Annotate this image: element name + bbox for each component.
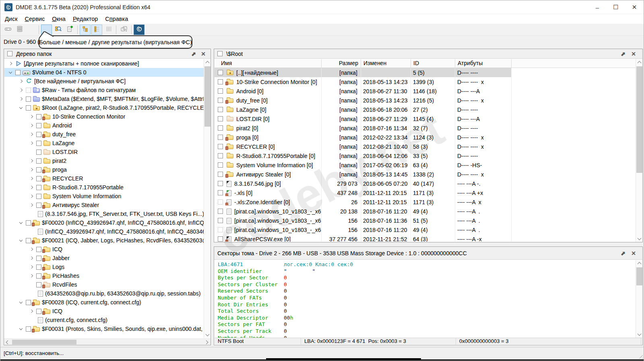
chevron-right-icon[interactable] xyxy=(29,166,34,173)
checkbox[interactable] xyxy=(36,203,41,208)
chevron-right-icon[interactable] xyxy=(29,113,34,120)
chevron-right-icon[interactable] xyxy=(29,273,34,279)
checkbox[interactable] xyxy=(26,220,31,226)
checkbox[interactable] xyxy=(218,190,223,195)
tree-item[interactable]: Logs xyxy=(4,263,204,271)
panel-checkbox[interactable] xyxy=(217,51,223,56)
column-header-0[interactable]: Имя xyxy=(215,59,322,68)
chevron-down-icon[interactable] xyxy=(18,326,24,332)
scroll-left-icon[interactable] xyxy=(4,339,11,345)
column-header-1[interactable]: Размер xyxy=(322,59,361,68)
chevron-right-icon[interactable] xyxy=(18,96,24,102)
table-row[interactable]: [pirat.ca].windows_10_v1803_-_x6...20 13… xyxy=(215,207,511,216)
chevron-down-icon[interactable] xyxy=(18,299,24,306)
maximize-panel-icon[interactable]: ⬈ xyxy=(620,250,626,256)
sectors-vertical-scrollbar[interactable] xyxy=(636,260,642,338)
tree-item[interactable]: $MetaData ($Extend, $MFT, $MFTMirr, $Log… xyxy=(4,94,204,103)
tree-item[interactable]: $F00031 (Protos, Skins, Smilies, Sounds,… xyxy=(4,324,204,333)
tree-item[interactable]: Антивирус Stealer xyxy=(4,201,204,209)
chevron-right-icon[interactable] xyxy=(18,78,24,84)
table-row[interactable]: LOST.DIR [0][папка]2018-06-27 11:291145 … xyxy=(215,114,511,123)
checkbox[interactable] xyxy=(36,158,41,164)
checkbox[interactable] xyxy=(218,172,223,177)
scroll-thumb[interactable] xyxy=(636,267,642,285)
column-header-2[interactable]: Изменен xyxy=(361,59,411,68)
checkbox[interactable] xyxy=(36,132,41,137)
close-panel-icon[interactable]: ✕ xyxy=(200,51,206,57)
tree-item[interactable]: proga xyxy=(4,165,204,174)
table-row[interactable]: 10-Strike Connection Monitor [0][папка]2… xyxy=(215,77,511,86)
scroll-thumb[interactable] xyxy=(12,340,76,345)
checkbox[interactable] xyxy=(218,116,223,121)
checkbox[interactable] xyxy=(36,309,41,314)
table-row[interactable]: 8.3.167.546.jpg [0]279 0732018-06-05 07:… xyxy=(215,179,511,188)
tree-item[interactable]: $F00021 (ICQ, Jabber, Logs, PicHashes, R… xyxy=(4,236,204,245)
tree-item[interactable]: (8.3.167.546.jpg, FTK_Server.txt, FTK_Us… xyxy=(4,209,204,218)
tree-item[interactable]: Android xyxy=(4,121,204,130)
checkbox[interactable] xyxy=(218,209,223,214)
windows-button[interactable] xyxy=(118,25,129,35)
tree-view-button[interactable] xyxy=(80,25,91,35)
dmde-logo-button[interactable] xyxy=(134,25,144,35)
tree-item[interactable]: (current.cfg, connect.cfg) xyxy=(4,316,204,324)
table-row[interactable]: [pirat.ca].windows_10_v1803_-_x6...15620… xyxy=(215,216,511,225)
close-panel-icon[interactable]: ✕ xyxy=(630,51,637,57)
column-header-3[interactable]: ID xyxy=(411,59,455,68)
table-row[interactable]: R-Studio8.7.170955Portable [0][папка]201… xyxy=(215,151,511,160)
tree-item[interactable]: $Root (LaZagne, pirat2, R-Studio8.7.1709… xyxy=(4,103,204,112)
chevron-right-icon[interactable] xyxy=(29,131,34,137)
scroll-down-icon[interactable] xyxy=(636,331,643,338)
menu-item-0[interactable]: Диск xyxy=(1,14,21,24)
table-row[interactable]: pirat2 [0][папка]2018-07-16 11:3432 (7)D… xyxy=(215,123,511,133)
checkbox[interactable] xyxy=(36,282,41,287)
chevron-right-icon[interactable] xyxy=(29,202,34,208)
checkbox[interactable] xyxy=(218,181,223,186)
checkbox[interactable] xyxy=(218,135,223,140)
scroll-thumb[interactable] xyxy=(204,66,211,127)
checkbox[interactable] xyxy=(36,123,41,128)
chevron-down-icon[interactable] xyxy=(18,237,24,244)
tree-item[interactable]: $Raw - Типы файлов по сигнатурам xyxy=(4,86,204,94)
tree-item[interactable]: Jabber xyxy=(4,254,204,263)
column-header-4[interactable]: Атрибуты xyxy=(455,59,512,68)
scroll-up-icon[interactable] xyxy=(204,59,211,66)
table-row[interactable]: -.xls:Zone.Identifier [0]262011-12-11 20… xyxy=(215,197,511,207)
checkbox[interactable] xyxy=(36,247,41,252)
checkbox[interactable] xyxy=(36,176,41,181)
checkbox[interactable] xyxy=(26,96,31,102)
chevron-down-icon[interactable] xyxy=(18,105,24,111)
checkbox[interactable] xyxy=(36,185,41,190)
scroll-down-icon[interactable] xyxy=(636,236,643,242)
files-vertical-scrollbar[interactable] xyxy=(636,59,642,242)
chevron-right-icon[interactable] xyxy=(29,140,34,146)
maximize-button[interactable]: ☐ xyxy=(607,0,625,14)
chevron-right-icon[interactable] xyxy=(29,264,34,270)
checkbox[interactable] xyxy=(36,194,41,199)
tree-item[interactable]: ICQ xyxy=(4,245,204,254)
tree-vertical-scrollbar[interactable] xyxy=(204,59,211,338)
checkbox[interactable] xyxy=(218,107,223,112)
scroll-right-icon[interactable] xyxy=(204,339,211,345)
tree-item[interactable]: $F00028 (ICQ, current.cfg, connect.cfg) xyxy=(4,298,204,307)
device-list-button[interactable] xyxy=(14,25,25,35)
maximize-panel-icon[interactable]: ⬈ xyxy=(190,51,197,57)
close-panel-icon[interactable]: ✕ xyxy=(630,250,637,256)
tree-item[interactable]: duty_free xyxy=(4,130,204,139)
chevron-right-icon[interactable] xyxy=(29,193,34,199)
tree-item[interactable]: LOST.DIR xyxy=(4,148,204,156)
columns-view-button[interactable] xyxy=(103,25,114,35)
chevron-right-icon[interactable] xyxy=(29,158,34,164)
checkbox[interactable] xyxy=(218,218,223,223)
scroll-down-icon[interactable] xyxy=(204,332,211,338)
checkbox[interactable] xyxy=(36,256,41,261)
table-row[interactable]: Антивирус Stealer [0][папка]2018-05-13 1… xyxy=(215,170,511,179)
search-button[interactable] xyxy=(53,25,64,35)
chevron-right-icon[interactable] xyxy=(29,308,34,314)
checkbox[interactable] xyxy=(26,88,31,93)
table-row[interactable]: duty_free [0][папка]2018-05-13 14:231216… xyxy=(215,96,511,105)
scroll-thumb[interactable] xyxy=(636,66,642,173)
chevron-right-icon[interactable] xyxy=(29,122,34,129)
chevron-right-icon[interactable] xyxy=(8,60,13,67)
checkbox[interactable] xyxy=(218,199,223,205)
checkbox[interactable] xyxy=(36,141,41,146)
